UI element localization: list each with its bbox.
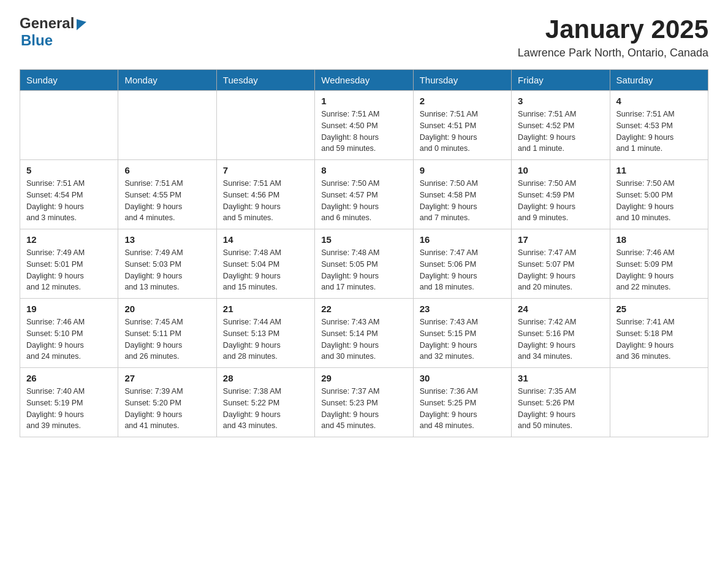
day-info: Sunrise: 7:43 AMSunset: 5:14 PMDaylight:… xyxy=(321,316,406,362)
calendar-cell xyxy=(610,368,708,437)
weekday-header-thursday: Thursday xyxy=(413,70,511,91)
day-number: 18 xyxy=(616,234,702,245)
day-info: Sunrise: 7:44 AMSunset: 5:13 PMDaylight:… xyxy=(223,316,308,362)
calendar-cell xyxy=(20,91,118,160)
day-info: Sunrise: 7:51 AMSunset: 4:53 PMDaylight:… xyxy=(616,109,702,155)
calendar-cell: 7Sunrise: 7:51 AMSunset: 4:56 PMDaylight… xyxy=(216,160,314,229)
calendar-cell: 9Sunrise: 7:50 AMSunset: 4:58 PMDaylight… xyxy=(413,160,511,229)
day-info: Sunrise: 7:47 AMSunset: 5:06 PMDaylight:… xyxy=(420,247,505,293)
calendar-cell: 28Sunrise: 7:38 AMSunset: 5:22 PMDayligh… xyxy=(216,368,314,437)
day-info: Sunrise: 7:50 AMSunset: 4:59 PMDaylight:… xyxy=(518,178,603,224)
calendar-cell: 25Sunrise: 7:41 AMSunset: 5:18 PMDayligh… xyxy=(610,299,708,368)
calendar-cell: 6Sunrise: 7:51 AMSunset: 4:55 PMDaylight… xyxy=(118,160,216,229)
calendar-cell: 22Sunrise: 7:43 AMSunset: 5:14 PMDayligh… xyxy=(315,299,413,368)
day-info: Sunrise: 7:51 AMSunset: 4:56 PMDaylight:… xyxy=(223,178,308,224)
day-info: Sunrise: 7:48 AMSunset: 5:04 PMDaylight:… xyxy=(223,247,308,293)
day-number: 21 xyxy=(223,304,308,314)
day-number: 5 xyxy=(26,165,112,175)
calendar-cell: 29Sunrise: 7:37 AMSunset: 5:23 PMDayligh… xyxy=(315,368,413,437)
day-info: Sunrise: 7:51 AMSunset: 4:54 PMDaylight:… xyxy=(26,178,112,224)
day-info: Sunrise: 7:51 AMSunset: 4:55 PMDaylight:… xyxy=(124,178,210,224)
day-number: 22 xyxy=(321,304,406,314)
day-info: Sunrise: 7:40 AMSunset: 5:19 PMDaylight:… xyxy=(26,386,112,432)
calendar-cell: 19Sunrise: 7:46 AMSunset: 5:10 PMDayligh… xyxy=(20,299,118,368)
logo-arrow-icon xyxy=(77,17,86,30)
day-number: 27 xyxy=(124,373,210,383)
calendar-table: SundayMondayTuesdayWednesdayThursdayFrid… xyxy=(20,69,708,437)
day-info: Sunrise: 7:45 AMSunset: 5:11 PMDaylight:… xyxy=(124,316,210,362)
calendar-cell: 1Sunrise: 7:51 AMSunset: 4:50 PMDaylight… xyxy=(315,91,413,160)
day-number: 7 xyxy=(223,165,308,175)
day-number: 16 xyxy=(420,234,505,245)
weekday-header-monday: Monday xyxy=(118,70,216,91)
day-info: Sunrise: 7:49 AMSunset: 5:03 PMDaylight:… xyxy=(124,247,210,293)
page-header: General Blue January 2025 Lawrence Park … xyxy=(20,15,708,59)
calendar-week-row: 1Sunrise: 7:51 AMSunset: 4:50 PMDaylight… xyxy=(20,91,708,160)
calendar-week-row: 12Sunrise: 7:49 AMSunset: 5:01 PMDayligh… xyxy=(20,229,708,299)
calendar-cell: 2Sunrise: 7:51 AMSunset: 4:51 PMDaylight… xyxy=(413,91,511,160)
day-number: 19 xyxy=(26,304,112,314)
day-number: 14 xyxy=(223,234,308,245)
month-title: January 2025 xyxy=(518,15,708,44)
calendar-cell: 30Sunrise: 7:36 AMSunset: 5:25 PMDayligh… xyxy=(413,368,511,437)
logo-general-text: General xyxy=(20,15,74,32)
calendar-cell: 13Sunrise: 7:49 AMSunset: 5:03 PMDayligh… xyxy=(118,229,216,299)
day-number: 11 xyxy=(616,165,702,175)
day-info: Sunrise: 7:38 AMSunset: 5:22 PMDaylight:… xyxy=(223,386,308,432)
calendar-cell: 10Sunrise: 7:50 AMSunset: 4:59 PMDayligh… xyxy=(512,160,610,229)
day-number: 29 xyxy=(321,373,406,383)
day-info: Sunrise: 7:50 AMSunset: 5:00 PMDaylight:… xyxy=(616,178,702,224)
day-info: Sunrise: 7:37 AMSunset: 5:23 PMDaylight:… xyxy=(321,386,406,432)
day-number: 15 xyxy=(321,234,406,245)
day-info: Sunrise: 7:43 AMSunset: 5:15 PMDaylight:… xyxy=(420,316,505,362)
location-title: Lawrence Park North, Ontario, Canada xyxy=(518,47,708,59)
day-info: Sunrise: 7:48 AMSunset: 5:05 PMDaylight:… xyxy=(321,247,406,293)
calendar-cell: 11Sunrise: 7:50 AMSunset: 5:00 PMDayligh… xyxy=(610,160,708,229)
day-number: 12 xyxy=(26,234,112,245)
calendar-cell: 4Sunrise: 7:51 AMSunset: 4:53 PMDaylight… xyxy=(610,91,708,160)
calendar-cell: 26Sunrise: 7:40 AMSunset: 5:19 PMDayligh… xyxy=(20,368,118,437)
weekday-header-saturday: Saturday xyxy=(610,70,708,91)
day-info: Sunrise: 7:50 AMSunset: 4:58 PMDaylight:… xyxy=(420,178,505,224)
day-number: 28 xyxy=(223,373,308,383)
day-info: Sunrise: 7:51 AMSunset: 4:51 PMDaylight:… xyxy=(420,109,505,155)
calendar-cell: 23Sunrise: 7:43 AMSunset: 5:15 PMDayligh… xyxy=(413,299,511,368)
calendar-cell: 12Sunrise: 7:49 AMSunset: 5:01 PMDayligh… xyxy=(20,229,118,299)
day-info: Sunrise: 7:51 AMSunset: 4:52 PMDaylight:… xyxy=(518,109,603,155)
day-info: Sunrise: 7:49 AMSunset: 5:01 PMDaylight:… xyxy=(26,247,112,293)
day-number: 9 xyxy=(420,165,505,175)
day-info: Sunrise: 7:39 AMSunset: 5:20 PMDaylight:… xyxy=(124,386,210,432)
day-number: 24 xyxy=(518,304,603,314)
day-number: 13 xyxy=(124,234,210,245)
weekday-header-row: SundayMondayTuesdayWednesdayThursdayFrid… xyxy=(20,70,708,91)
day-number: 25 xyxy=(616,304,702,314)
calendar-cell: 8Sunrise: 7:50 AMSunset: 4:57 PMDaylight… xyxy=(315,160,413,229)
day-number: 20 xyxy=(124,304,210,314)
day-number: 8 xyxy=(321,165,406,175)
calendar-week-row: 5Sunrise: 7:51 AMSunset: 4:54 PMDaylight… xyxy=(20,160,708,229)
calendar-cell: 20Sunrise: 7:45 AMSunset: 5:11 PMDayligh… xyxy=(118,299,216,368)
calendar-cell: 31Sunrise: 7:35 AMSunset: 5:26 PMDayligh… xyxy=(512,368,610,437)
calendar-week-row: 19Sunrise: 7:46 AMSunset: 5:10 PMDayligh… xyxy=(20,299,708,368)
weekday-header-wednesday: Wednesday xyxy=(315,70,413,91)
weekday-header-sunday: Sunday xyxy=(20,70,118,91)
day-info: Sunrise: 7:50 AMSunset: 4:57 PMDaylight:… xyxy=(321,178,406,224)
day-number: 31 xyxy=(518,373,603,383)
title-area: January 2025 Lawrence Park North, Ontari… xyxy=(518,15,708,59)
day-info: Sunrise: 7:41 AMSunset: 5:18 PMDaylight:… xyxy=(616,316,702,362)
calendar-cell: 27Sunrise: 7:39 AMSunset: 5:20 PMDayligh… xyxy=(118,368,216,437)
calendar-cell: 5Sunrise: 7:51 AMSunset: 4:54 PMDaylight… xyxy=(20,160,118,229)
calendar-cell: 16Sunrise: 7:47 AMSunset: 5:06 PMDayligh… xyxy=(413,229,511,299)
weekday-header-tuesday: Tuesday xyxy=(216,70,314,91)
calendar-cell xyxy=(216,91,314,160)
logo-blue-text: Blue xyxy=(21,32,53,49)
day-number: 6 xyxy=(124,165,210,175)
calendar-cell: 24Sunrise: 7:42 AMSunset: 5:16 PMDayligh… xyxy=(512,299,610,368)
weekday-header-friday: Friday xyxy=(512,70,610,91)
calendar-cell: 14Sunrise: 7:48 AMSunset: 5:04 PMDayligh… xyxy=(216,229,314,299)
day-number: 4 xyxy=(616,96,702,106)
day-number: 23 xyxy=(420,304,505,314)
day-info: Sunrise: 7:51 AMSunset: 4:50 PMDaylight:… xyxy=(321,109,406,155)
day-info: Sunrise: 7:46 AMSunset: 5:09 PMDaylight:… xyxy=(616,247,702,293)
day-info: Sunrise: 7:42 AMSunset: 5:16 PMDaylight:… xyxy=(518,316,603,362)
